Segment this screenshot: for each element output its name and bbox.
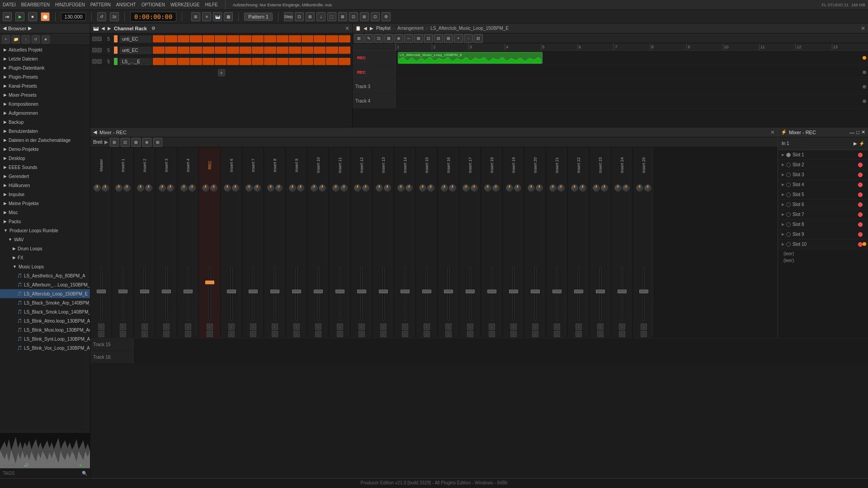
mixer-channel-6[interactable]: Insert 6 ↑ ↓ [221, 147, 242, 338]
playlist-close[interactable]: ✕ [861, 25, 865, 32]
ch-send-btn1-25[interactable]: ↑ [641, 324, 647, 330]
ch-knob1-7[interactable] [245, 184, 253, 192]
ch-send-btn1-6[interactable]: ↑ [228, 324, 235, 330]
browser-file-afterclub[interactable]: 🎵LS_Afterclub_Loop_150BPM_E [0, 289, 90, 298]
browser-item-misc[interactable]: ▶Misc [0, 208, 90, 217]
ch-knob1-0[interactable] [94, 184, 101, 192]
ch-knob1-25[interactable] [636, 184, 643, 192]
mixer-channel-15[interactable]: Insert 15 ↑ ↓ [416, 147, 438, 338]
ch-knob2-17[interactable] [471, 184, 478, 192]
ch-send-btn1-14[interactable]: ↑ [402, 324, 408, 330]
mixer-channel-2[interactable]: Insert 2 ↑ ↓ [134, 147, 156, 338]
playlist-fit[interactable]: ⊟ [474, 34, 483, 43]
ch-send-btn2-21[interactable]: ↓ [554, 331, 560, 337]
browser-arrow-right[interactable]: ▶ [28, 25, 32, 31]
ch2-pad11[interactable] [277, 47, 288, 54]
browser-item-mixer-presets[interactable]: ▶Mixer-Presets [0, 90, 90, 99]
ch-knob2-19[interactable] [514, 184, 521, 192]
snap-btn[interactable]: ⊡ [295, 12, 304, 21]
send-slot-dot-3[interactable] [786, 183, 791, 187]
ch-send-btn2-18[interactable]: ↓ [489, 331, 495, 337]
ch-send-btn2-13[interactable]: ↓ [380, 331, 387, 337]
ch1-pad9[interactable] [252, 35, 264, 42]
browser-item-aufgenommen[interactable]: ▶Aufgenommen [0, 108, 90, 117]
browser-arrow-left[interactable]: ◀ [3, 25, 6, 31]
track-rec1-content[interactable]: LS_Afterclub_Music_Loop_150BPM_E [396, 51, 868, 65]
send-slot-dot2-9[interactable] [858, 242, 863, 247]
ch-send-btn2-20[interactable]: ↓ [532, 331, 538, 337]
ch-send-btn2-0[interactable]: ↓ [98, 331, 104, 337]
send-slot-dot-5[interactable] [786, 202, 791, 207]
ch-knob2-6[interactable] [232, 184, 239, 192]
browser-file-blink-vox[interactable]: 🎵LS_Blink_Vox_Loop_130BPM_Am [0, 343, 90, 352]
ch-knob2-25[interactable] [644, 184, 651, 192]
ch2-pad16[interactable] [339, 47, 350, 54]
ch-send-btn2-5[interactable]: ↓ [207, 331, 213, 337]
mixer-arrow-left[interactable]: ◀ [93, 129, 97, 135]
browser-item-meine-projekte[interactable]: ▶Meine Projekte [0, 199, 90, 208]
ch1-pad2[interactable] [165, 35, 177, 42]
ch-knob1-18[interactable] [484, 184, 491, 192]
ch-knob1-5[interactable] [202, 184, 209, 192]
send-panel-maximize[interactable]: □ [856, 130, 859, 135]
ch-knob1-17[interactable] [462, 184, 470, 192]
ch-send-btn2-11[interactable]: ↓ [337, 331, 343, 337]
ch-fader-thumb-16[interactable] [444, 290, 453, 293]
ch-send-btn1-18[interactable]: ↑ [489, 324, 495, 330]
ch3-pad10[interactable] [264, 58, 276, 65]
ch2-pad14[interactable] [314, 47, 326, 54]
menu-werkzeuge[interactable]: WERKZEUGE [170, 2, 199, 7]
ch-fader-thumb-12[interactable] [357, 290, 366, 293]
quantize-btn[interactable]: ⊞ [306, 12, 315, 21]
mixer-tool2[interactable]: ⊡ [121, 138, 130, 147]
ch3-pad4[interactable] [190, 58, 202, 65]
channel-rack-arrow-left[interactable]: ◀ [101, 26, 105, 31]
ch-knob1-10[interactable] [311, 184, 318, 192]
ch2-pad3[interactable] [178, 47, 189, 54]
ch-fader-thumb-15[interactable] [422, 290, 431, 293]
ch-knob2-18[interactable] [492, 184, 500, 192]
send-slot-6[interactable]: ▶ Slot 7 [778, 210, 868, 220]
ch3-pad6[interactable] [215, 58, 226, 65]
browser-item-drum-loops[interactable]: ▶Drum Loops [0, 244, 90, 253]
pattern-select[interactable]: Pattern 1 [244, 13, 273, 21]
ch-knob2-20[interactable] [536, 184, 543, 192]
ch-fader-thumb-25[interactable] [639, 290, 648, 293]
ch-knob2-4[interactable] [189, 184, 196, 192]
channel-rack-close[interactable]: ✕ [345, 25, 349, 32]
mixer-tool5[interactable]: ⊞ [153, 138, 162, 147]
mixer-channel-4[interactable]: Insert 4 ↑ ↓ [177, 147, 199, 338]
browser-item-desktop[interactable]: ▶Desktop [0, 154, 90, 163]
ch-knob2-21[interactable] [557, 184, 565, 192]
ch-knob2-24[interactable] [623, 184, 630, 192]
ch-send-btn2-24[interactable]: ↓ [619, 331, 625, 337]
browser-file-blink-synt[interactable]: 🎵LS_Blink_Synt.Loop_130BPM_Am [0, 334, 90, 343]
browser-item-kanal-presets[interactable]: ▶Kanal-Presets [0, 81, 90, 90]
ch-send-btn2-7[interactable]: ↓ [250, 331, 256, 337]
step-btn[interactable]: Step [284, 12, 293, 21]
mixer-tool1[interactable]: ⊞ [110, 138, 119, 147]
send-slot-arrow-2[interactable]: ▶ [782, 173, 784, 177]
ch-knob1-22[interactable] [571, 184, 578, 192]
ch1-solo-btn[interactable] [97, 37, 102, 41]
ch-fader-thumb-14[interactable] [401, 290, 410, 293]
ch-send-btn2-9[interactable]: ↓ [293, 331, 300, 337]
browser-item-plugin-presets[interactable]: ▶Plugin-Presets [0, 72, 90, 81]
ch3-solo-btn[interactable] [97, 59, 102, 64]
send-slot-dot-4[interactable] [786, 192, 791, 197]
playlist-tool9[interactable]: ⊟ [434, 34, 443, 43]
mixer-channel-16[interactable]: Insert 16 ↑ ↓ [438, 147, 459, 338]
ch-send-btn2-16[interactable]: ↓ [445, 331, 452, 337]
mixer-channel-24[interactable]: Insert 24 ↑ ↓ [611, 147, 633, 338]
channel-add-btn[interactable]: + [218, 69, 225, 76]
ch-fader-thumb-10[interactable] [314, 290, 323, 293]
ch-send-btn1-1[interactable]: ↑ [120, 324, 126, 330]
ch3-pad5[interactable] [203, 58, 214, 65]
ch-knob2-3[interactable] [167, 184, 174, 192]
ch-fader-thumb-2[interactable] [140, 290, 149, 293]
browser-item-kompositionen[interactable]: ▶Kompositionen [0, 99, 90, 108]
ch-send-btn1-17[interactable]: ↑ [467, 324, 473, 330]
send-slot-dot2-3[interactable] [858, 183, 863, 187]
mixer-channel-18[interactable]: Insert 18 ↑ ↓ [481, 147, 503, 338]
mixer-channel-21[interactable]: Insert 21 ↑ ↓ [546, 147, 568, 338]
